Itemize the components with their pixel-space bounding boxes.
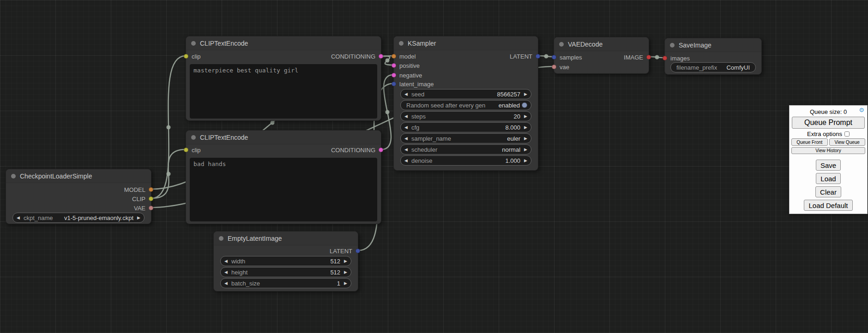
- ksampler-input-latent-image[interactable]: latent_image: [392, 79, 434, 89]
- random-seed-toggle-widget[interactable]: Random seed after every gen enabled: [400, 100, 531, 110]
- checkpoint-titlebar[interactable]: CheckpointLoaderSimple: [6, 169, 151, 183]
- decrement-arrow-icon[interactable]: ◀: [224, 259, 228, 263]
- queue-prompt-button[interactable]: Queue Prompt: [792, 117, 865, 129]
- vae-decode-titlebar[interactable]: VAEDecode: [554, 37, 649, 51]
- combo-right-arrow-icon[interactable]: ▶: [137, 216, 140, 220]
- node-vae-decode[interactable]: VAEDecode samples vae IMAGE: [554, 37, 649, 74]
- vae-decode-output-image[interactable]: IMAGE: [624, 53, 651, 62]
- ckpt-name-widget[interactable]: ◀ ckpt_name v1-5-pruned-emaonly.ckpt ▶: [12, 213, 145, 223]
- decrement-arrow-icon[interactable]: ◀: [404, 114, 408, 119]
- node-clip-text-encode-negative[interactable]: CLIPTextEncode clip CONDITIONING bad han…: [186, 130, 381, 224]
- clip-port-dot-icon[interactable]: [149, 196, 153, 201]
- model-port-dot-icon[interactable]: [392, 54, 396, 59]
- ksampler-input-model[interactable]: model: [392, 52, 416, 61]
- decrement-arrow-icon[interactable]: ◀: [224, 270, 228, 274]
- combo-left-arrow-icon[interactable]: ◀: [404, 148, 408, 152]
- node-collapse-dot-icon[interactable]: [670, 43, 675, 48]
- latent-port-dot-icon[interactable]: [356, 249, 360, 253]
- checkpoint-output-vae[interactable]: VAE: [134, 203, 153, 213]
- positive-prompt-textarea[interactable]: masterpiece best quality girl: [190, 64, 377, 119]
- ksampler-output-latent[interactable]: LATENT: [510, 52, 540, 61]
- increment-arrow-icon[interactable]: ▶: [524, 114, 527, 119]
- save-image-input-images[interactable]: images: [663, 54, 690, 63]
- latent-port-dot-icon[interactable]: [552, 55, 556, 59]
- node-collapse-dot-icon[interactable]: [191, 41, 196, 46]
- toggle-on-icon[interactable]: [522, 102, 527, 108]
- clip-port-dot-icon[interactable]: [184, 54, 188, 59]
- node-collapse-dot-icon[interactable]: [559, 42, 564, 47]
- combo-right-arrow-icon[interactable]: ▶: [524, 148, 527, 152]
- decrement-arrow-icon[interactable]: ◀: [224, 281, 228, 285]
- cfg-widget[interactable]: ◀ cfg 8.000 ▶: [400, 122, 531, 132]
- steps-widget[interactable]: ◀ steps 20 ▶: [400, 111, 531, 121]
- model-port-dot-icon[interactable]: [149, 187, 153, 192]
- node-ksampler[interactable]: KSampler model positive negative latent_…: [393, 36, 538, 171]
- seed-widget[interactable]: ◀ seed 8566257 ▶: [400, 89, 531, 99]
- load-default-button[interactable]: Load Default: [804, 200, 852, 211]
- decrement-arrow-icon[interactable]: ◀: [404, 125, 408, 130]
- node-checkpoint-loader[interactable]: CheckpointLoaderSimple MODEL CLIP VAE ◀ …: [6, 169, 151, 224]
- conditioning-port-dot-icon[interactable]: [379, 54, 383, 59]
- increment-arrow-icon[interactable]: ▶: [344, 270, 347, 274]
- increment-arrow-icon[interactable]: ▶: [344, 281, 347, 285]
- save-image-titlebar[interactable]: SaveImage: [665, 38, 761, 52]
- view-queue-button[interactable]: View Queue: [829, 138, 866, 146]
- combo-right-arrow-icon[interactable]: ▶: [524, 137, 527, 141]
- clip-pos-output-conditioning[interactable]: CONDITIONING: [331, 52, 383, 61]
- node-collapse-dot-icon[interactable]: [11, 174, 16, 178]
- node-clip-text-encode-positive[interactable]: CLIPTextEncode clip CONDITIONING masterp…: [186, 36, 381, 121]
- increment-arrow-icon[interactable]: ▶: [524, 92, 527, 96]
- image-port-dot-icon[interactable]: [663, 56, 667, 60]
- node-collapse-dot-icon[interactable]: [399, 41, 404, 46]
- latent-port-dot-icon[interactable]: [392, 82, 396, 86]
- vae-port-dot-icon[interactable]: [552, 65, 556, 69]
- extra-options-checkbox[interactable]: [844, 131, 850, 137]
- image-port-dot-icon[interactable]: [646, 55, 651, 59]
- empty-latent-titlebar[interactable]: EmptyLatentImage: [214, 232, 358, 245]
- combo-left-arrow-icon[interactable]: ◀: [404, 137, 408, 141]
- clip-port-dot-icon[interactable]: [184, 148, 188, 152]
- increment-arrow-icon[interactable]: ▶: [344, 259, 347, 263]
- clip-neg-output-conditioning[interactable]: CONDITIONING: [331, 145, 383, 155]
- width-widget[interactable]: ◀ width 512 ▶: [220, 256, 351, 266]
- save-button[interactable]: Save: [816, 160, 841, 171]
- sampler-name-widget[interactable]: ◀ sampler_name euler ▶: [400, 133, 531, 143]
- checkpoint-output-clip[interactable]: CLIP: [132, 194, 153, 203]
- conditioning-port-dot-icon[interactable]: [392, 63, 396, 68]
- queue-front-button[interactable]: Queue Front: [791, 138, 828, 146]
- node-collapse-dot-icon[interactable]: [191, 135, 196, 140]
- batch-size-widget[interactable]: ◀ batch_size 1 ▶: [220, 278, 351, 288]
- clip-encode-positive-titlebar[interactable]: CLIPTextEncode: [186, 36, 381, 50]
- combo-left-arrow-icon[interactable]: ◀: [17, 216, 20, 220]
- decrement-arrow-icon[interactable]: ◀: [404, 159, 408, 163]
- settings-gear-icon[interactable]: ⚙: [859, 107, 864, 113]
- conditioning-port-dot-icon[interactable]: [379, 148, 383, 152]
- scheduler-widget[interactable]: ◀ scheduler normal ▶: [400, 144, 531, 155]
- negative-prompt-textarea[interactable]: bad hands: [190, 158, 377, 221]
- clear-button[interactable]: Clear: [815, 186, 841, 197]
- node-save-image[interactable]: SaveImage images filename_prefix ComfyUI: [664, 38, 762, 75]
- ksampler-titlebar[interactable]: KSampler: [394, 36, 538, 50]
- empty-latent-output-latent[interactable]: LATENT: [330, 246, 360, 256]
- clip-encode-negative-titlebar[interactable]: CLIPTextEncode: [186, 131, 381, 144]
- increment-arrow-icon[interactable]: ▶: [524, 159, 527, 163]
- ksampler-input-negative[interactable]: negative: [392, 71, 422, 80]
- checkpoint-output-model[interactable]: MODEL: [124, 185, 153, 194]
- node-empty-latent-image[interactable]: EmptyLatentImage LATENT ◀ width 512 ▶ ◀ …: [213, 231, 358, 291]
- node-collapse-dot-icon[interactable]: [219, 236, 223, 241]
- vae-port-dot-icon[interactable]: [149, 206, 153, 210]
- filename-prefix-widget[interactable]: filename_prefix ComfyUI: [670, 62, 756, 72]
- vae-decode-input-vae[interactable]: vae: [552, 62, 569, 71]
- conditioning-port-dot-icon[interactable]: [392, 73, 396, 77]
- latent-port-dot-icon[interactable]: [536, 54, 540, 59]
- clip-neg-input-clip[interactable]: clip: [184, 145, 201, 155]
- decrement-arrow-icon[interactable]: ◀: [404, 92, 408, 96]
- load-button[interactable]: Load: [816, 173, 840, 184]
- increment-arrow-icon[interactable]: ▶: [524, 125, 527, 130]
- denoise-widget[interactable]: ◀ denoise 1.000 ▶: [400, 155, 531, 166]
- vae-decode-input-samples[interactable]: samples: [552, 53, 582, 62]
- view-history-button[interactable]: View History: [791, 147, 865, 154]
- ksampler-input-positive[interactable]: positive: [392, 61, 420, 70]
- clip-pos-input-clip[interactable]: clip: [184, 52, 201, 61]
- height-widget[interactable]: ◀ height 512 ▶: [220, 267, 351, 277]
